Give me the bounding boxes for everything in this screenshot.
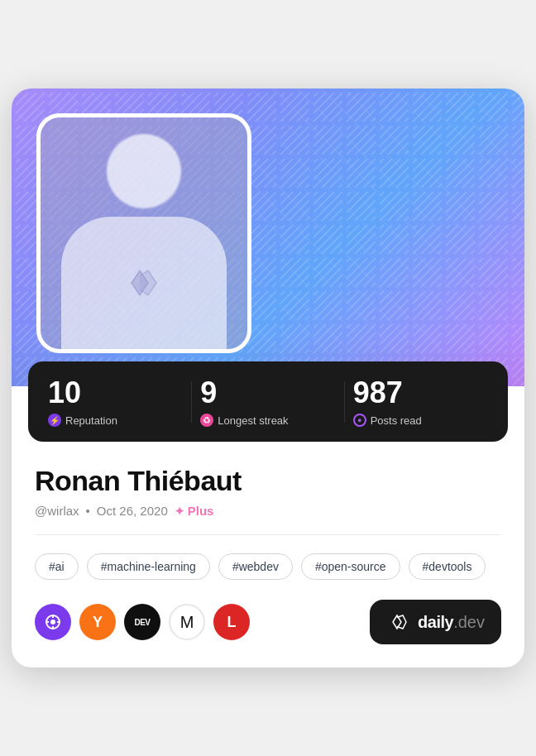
meta-dot: •	[86, 504, 90, 518]
source-lobsters[interactable]: L	[213, 604, 250, 640]
tags-section: #ai#machine-learning#webdev#open-source#…	[12, 553, 524, 600]
avatar-logo-icon	[119, 258, 169, 308]
profile-name: Ronan Thiébaut	[35, 465, 501, 497]
avatar-container	[36, 113, 251, 353]
avatar-figure	[61, 134, 227, 349]
daily-dev-logo-icon	[386, 610, 411, 634]
posts-value: 987	[353, 376, 403, 409]
reputation-icon: ⚡	[48, 414, 61, 427]
avatar-head	[107, 134, 181, 208]
reputation-value: 10	[48, 376, 81, 409]
profile-card: 10 ⚡ Reputation 9 ♻ Longest streak 987 ●…	[12, 89, 524, 668]
daily-dev-text: daily .dev	[418, 613, 485, 632]
plus-badge: ✦ Plus	[175, 504, 214, 518]
daily-word: daily	[418, 613, 453, 632]
daily-dev-badge: daily .dev	[370, 600, 501, 644]
hero-section	[12, 89, 524, 386]
svg-point-1	[50, 620, 55, 624]
source-crosshair[interactable]	[35, 604, 71, 640]
stat-reputation: 10 ⚡ Reputation	[48, 376, 183, 428]
crosshair-icon	[44, 613, 62, 631]
plus-diamond-icon: ✦	[175, 505, 184, 518]
streak-icon: ♻	[200, 414, 213, 427]
tag-item[interactable]: #machine-learning	[87, 553, 210, 580]
source-medium[interactable]: M	[169, 604, 205, 640]
posts-label-text: Posts read	[371, 414, 422, 427]
tag-item[interactable]: #ai	[35, 553, 79, 580]
reputation-label-text: Reputation	[65, 414, 117, 427]
stats-bar: 10 ⚡ Reputation 9 ♻ Longest streak 987 ●…	[28, 361, 508, 443]
streak-label-text: Longest streak	[218, 414, 288, 427]
profile-section: Ronan Thiébaut @wirlax • Oct 26, 2020 ✦ …	[12, 442, 524, 518]
daily-dot-dev: .dev	[453, 613, 485, 632]
posts-icon: ●	[353, 414, 366, 427]
plus-label: Plus	[188, 504, 214, 518]
streak-value: 9	[200, 376, 217, 409]
profile-date: Oct 26, 2020	[97, 504, 168, 518]
source-devto[interactable]: DEV	[124, 604, 160, 640]
stat-posts: 987 ● Posts read	[353, 376, 488, 428]
profile-meta: @wirlax • Oct 26, 2020 ✦ Plus	[35, 504, 501, 518]
posts-label: ● Posts read	[353, 414, 422, 427]
stat-divider-2	[344, 381, 345, 423]
section-divider	[35, 534, 501, 535]
tag-item[interactable]: #open-source	[301, 553, 400, 580]
stat-divider-1	[191, 381, 192, 423]
avatar-body	[61, 217, 227, 349]
stat-streak: 9 ♻ Longest streak	[200, 376, 335, 428]
streak-label: ♻ Longest streak	[200, 414, 288, 427]
reputation-label: ⚡ Reputation	[48, 414, 117, 427]
tag-item[interactable]: #webdev	[218, 553, 293, 580]
source-ycombinator[interactable]: Y	[79, 604, 116, 640]
profile-handle: @wirlax	[35, 504, 79, 518]
footer-section: Y DEV M L daily .dev	[12, 600, 524, 667]
sources-list: Y DEV M L	[35, 604, 250, 640]
tag-item[interactable]: #devtools	[409, 553, 486, 580]
